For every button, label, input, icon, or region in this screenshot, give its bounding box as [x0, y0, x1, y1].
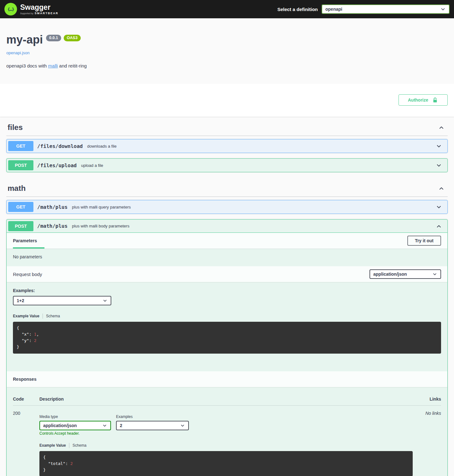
request-body-content: Examples: 1+2 Example Value Schema { "x"…	[7, 282, 447, 371]
request-body-label: Request body	[13, 272, 42, 277]
spec-url-link[interactable]: openapi.json	[6, 50, 30, 55]
response-media-type-value: application/json	[43, 423, 77, 428]
tag-section-header-files[interactable]: files	[6, 117, 448, 136]
opblock-post-files-upload: POST /files/upload upload a file	[6, 158, 448, 172]
malli-link[interactable]: malli	[48, 63, 58, 68]
response-example-selected: 2	[120, 423, 122, 428]
chevron-up-icon[interactable]	[438, 124, 445, 131]
oas3-badge: OAS3	[64, 35, 81, 41]
controls-accept-header-text: Controls Accept header.	[39, 431, 79, 436]
definition-select-value: openapi	[325, 7, 342, 12]
tag-title-files: files	[8, 123, 23, 132]
op-path: /files/upload	[33, 162, 80, 168]
request-content-type-select[interactable]: application/json	[370, 269, 441, 279]
method-badge-post: POST	[8, 221, 33, 231]
chevron-down-icon	[102, 298, 108, 303]
tab-parameters[interactable]: Parameters	[13, 238, 37, 243]
chevron-down-icon[interactable]	[436, 143, 442, 149]
select-definition-label: Select a definition	[277, 7, 318, 12]
chevron-down-icon	[440, 6, 446, 12]
op-path: /files/download	[33, 143, 86, 149]
swagger-logo-text: Swagger	[20, 4, 58, 11]
topbar: {…} Swagger Supported by SMARTBEAR Selec…	[0, 0, 454, 18]
chevron-down-icon	[432, 272, 437, 277]
links-column-header: Links	[413, 397, 441, 402]
tag-title-math: math	[8, 184, 26, 193]
request-example-select[interactable]: 1+2	[13, 296, 111, 305]
swagger-logo-icon: {…}	[4, 3, 17, 15]
op-summary-description: plus with malli body parameters	[71, 224, 432, 228]
description-text-suffix: and reitit-ring	[58, 63, 87, 68]
response-media-type-select[interactable]: application/json	[39, 421, 111, 430]
op-path: /math/plus	[33, 223, 71, 229]
authorize-label: Authorize	[408, 97, 428, 103]
tab-example-value[interactable]: Example Value	[39, 443, 66, 448]
op-summary-description: downloads a file	[86, 144, 432, 149]
page-title: my-api	[6, 34, 43, 45]
responses-label: Responses	[13, 377, 37, 382]
description-text: openapi3 docs with	[6, 63, 48, 68]
operations-wrapper: files GET /files/download downloads a fi…	[0, 117, 454, 476]
chevron-down-icon	[102, 423, 107, 428]
model-example-tabs: Example Value Schema	[13, 314, 441, 319]
responses-section-header: Responses	[7, 371, 447, 387]
opblock-get-files-download: GET /files/download downloads a file	[6, 139, 448, 153]
method-badge-post: POST	[8, 160, 33, 170]
op-summary[interactable]: POST /files/upload upload a file	[7, 159, 447, 172]
chevron-up-icon[interactable]	[438, 185, 445, 191]
response-example-code: { "total": 2 }	[39, 451, 413, 476]
swagger-wordmark: Swagger Supported by SMARTBEAR	[20, 4, 58, 15]
request-body-section-header: Request body application/json	[7, 266, 447, 282]
parameters-section-header: Parameters Try it out	[7, 233, 447, 249]
responses-content: Code Description Links 200 Media type ap…	[7, 387, 447, 476]
no-links-text: No links	[413, 410, 441, 476]
no-parameters-text: No parameters	[7, 249, 447, 266]
authorize-button[interactable]: Authorize	[399, 94, 448, 106]
request-example-selected: 1+2	[17, 298, 24, 303]
chevron-down-icon[interactable]	[436, 204, 442, 210]
response-example-select[interactable]: 2	[116, 421, 189, 430]
method-badge-get: GET	[8, 202, 33, 212]
tab-schema[interactable]: Schema	[73, 443, 86, 448]
op-summary-description: upload a file	[80, 163, 432, 168]
method-badge-get: GET	[8, 141, 33, 151]
swagger-logo[interactable]: {…} Swagger Supported by SMARTBEAR	[4, 3, 58, 15]
api-description: openapi3 docs with malli and reitit-ring	[6, 63, 448, 68]
responses-table-header: Code Description Links	[13, 397, 441, 406]
api-info-section: my-api 0.0.1 OAS3 openapi.json openapi3 …	[0, 18, 454, 84]
tab-schema[interactable]: Schema	[46, 314, 60, 318]
smartbear-label: SMARTBEAR	[35, 12, 59, 15]
supported-by-label: Supported by	[20, 12, 33, 15]
chevron-up-icon[interactable]	[436, 223, 442, 229]
media-type-label: Media type	[39, 414, 111, 419]
request-content-type-value: application/json	[373, 272, 407, 277]
op-summary[interactable]: GET /files/download downloads a file	[7, 139, 447, 153]
tab-example-value[interactable]: Example Value	[13, 314, 39, 318]
active-tab-underline	[13, 247, 44, 249]
op-summary[interactable]: POST /math/plus plus with malli body par…	[7, 220, 447, 233]
scheme-container: Authorize	[0, 84, 454, 117]
opblock-get-math-plus: GET /math/plus plus with malli query par…	[6, 200, 448, 214]
response-row-200: 200 Media type application/json Controls…	[13, 406, 441, 476]
response-examples-label: Examples	[116, 414, 189, 419]
response-examples-group: Examples 2	[116, 414, 189, 436]
unlocked-padlock-icon	[432, 97, 438, 103]
op-summary[interactable]: GET /math/plus plus with malli query par…	[7, 200, 447, 214]
op-path: /math/plus	[33, 204, 71, 210]
chevron-down-icon[interactable]	[436, 162, 442, 168]
tag-section-header-math[interactable]: math	[6, 178, 448, 197]
try-it-out-button[interactable]: Try it out	[407, 236, 441, 246]
response-description: Media type application/json Controls Acc…	[39, 410, 413, 476]
examples-label: Examples:	[13, 288, 35, 293]
response-code: 200	[13, 410, 39, 476]
description-column-header: Description	[39, 397, 413, 402]
opblock-post-math-plus: POST /math/plus plus with malli body par…	[6, 219, 448, 476]
op-summary-description: plus with malli query parameters	[71, 205, 432, 209]
tab-divider	[69, 443, 69, 448]
response-model-example-tabs: Example Value Schema	[39, 443, 413, 448]
media-type-group: Media type application/json Controls Acc…	[39, 414, 111, 436]
code-column-header: Code	[13, 397, 39, 402]
chevron-down-icon	[180, 423, 185, 428]
definition-select[interactable]: openapi	[322, 4, 450, 14]
request-example-code: { "x": 1, "y": 2 }	[13, 322, 441, 354]
